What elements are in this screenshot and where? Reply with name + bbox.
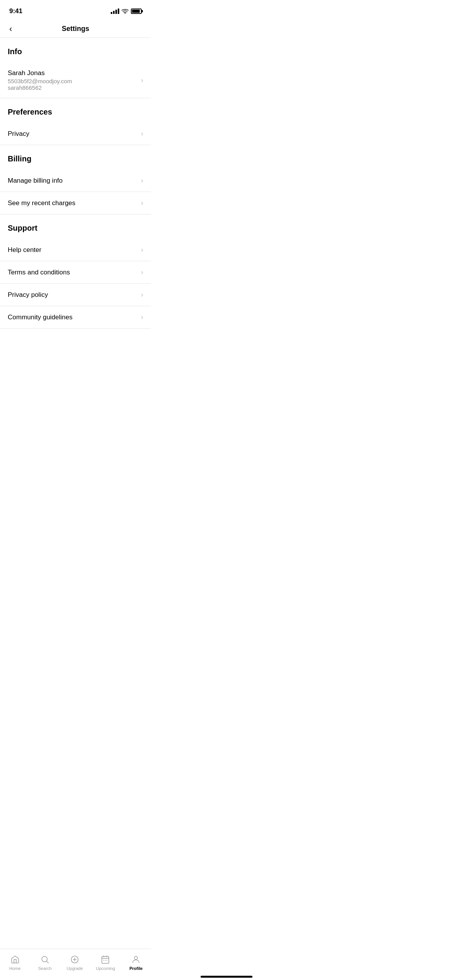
terms-item[interactable]: Terms and conditions › bbox=[0, 261, 151, 284]
community-guidelines-label: Community guidelines bbox=[8, 314, 141, 321]
support-section-header: Support bbox=[0, 214, 151, 239]
nav-header: ‹ Settings bbox=[0, 20, 151, 38]
user-username: sarah866562 bbox=[8, 84, 141, 91]
info-section-header: Info bbox=[0, 38, 151, 62]
manage-billing-item[interactable]: Manage billing info › bbox=[0, 170, 151, 192]
svg-point-0 bbox=[125, 13, 125, 14]
chevron-icon: › bbox=[141, 76, 143, 84]
status-bar: 9:41 bbox=[0, 0, 151, 20]
user-email: 5503b5f2@moodjoy.com bbox=[8, 78, 141, 84]
privacy-policy-label: Privacy policy bbox=[8, 291, 141, 299]
billing-section: Billing Manage billing info › See my rec… bbox=[0, 145, 151, 214]
user-name: Sarah Jonas bbox=[8, 69, 141, 77]
user-info-item[interactable]: Sarah Jonas 5503b5f2@moodjoy.com sarah86… bbox=[0, 62, 151, 98]
back-button[interactable]: ‹ bbox=[8, 22, 14, 36]
billing-section-header: Billing bbox=[0, 145, 151, 170]
info-section: Info Sarah Jonas 5503b5f2@moodjoy.com sa… bbox=[0, 38, 151, 98]
status-icons bbox=[111, 9, 142, 14]
help-center-label: Help center bbox=[8, 246, 141, 254]
terms-label: Terms and conditions bbox=[8, 269, 141, 276]
status-time: 9:41 bbox=[9, 7, 22, 15]
chevron-icon: › bbox=[141, 130, 143, 138]
privacy-item[interactable]: Privacy › bbox=[0, 123, 151, 145]
support-section: Support Help center › Terms and conditio… bbox=[0, 214, 151, 329]
preferences-section: Preferences Privacy › bbox=[0, 98, 151, 145]
wifi-icon bbox=[122, 9, 129, 14]
chevron-icon: › bbox=[141, 313, 143, 321]
privacy-policy-item[interactable]: Privacy policy › bbox=[0, 284, 151, 306]
help-center-item[interactable]: Help center › bbox=[0, 239, 151, 261]
chevron-icon: › bbox=[141, 176, 143, 185]
community-guidelines-item[interactable]: Community guidelines › bbox=[0, 306, 151, 329]
chevron-icon: › bbox=[141, 268, 143, 276]
chevron-icon: › bbox=[141, 291, 143, 299]
chevron-icon: › bbox=[141, 199, 143, 207]
manage-billing-label: Manage billing info bbox=[8, 177, 141, 185]
battery-icon bbox=[131, 9, 142, 14]
recent-charges-label: See my recent charges bbox=[8, 199, 141, 207]
signal-icon bbox=[111, 9, 119, 14]
privacy-label: Privacy bbox=[8, 130, 141, 138]
preferences-section-header: Preferences bbox=[0, 98, 151, 123]
chevron-icon: › bbox=[141, 246, 143, 254]
settings-content: Info Sarah Jonas 5503b5f2@moodjoy.com sa… bbox=[0, 38, 151, 363]
recent-charges-item[interactable]: See my recent charges › bbox=[0, 192, 151, 214]
page-title: Settings bbox=[62, 25, 89, 33]
